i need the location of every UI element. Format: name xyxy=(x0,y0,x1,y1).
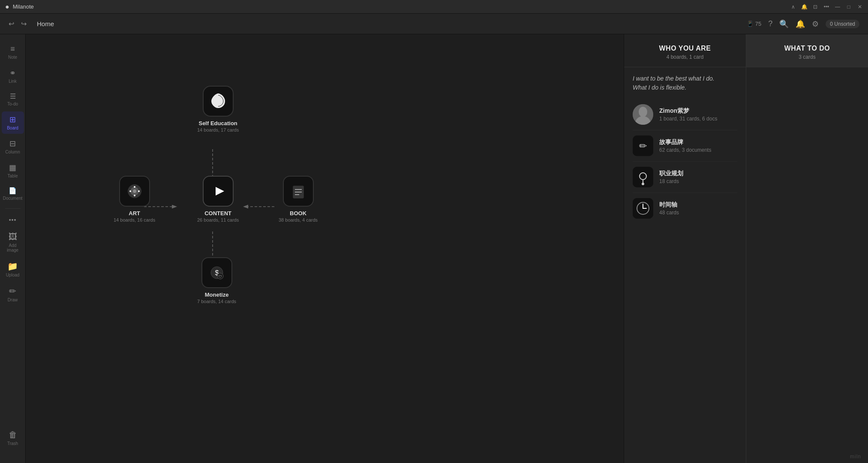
sidebar-divider xyxy=(5,208,21,209)
node-self-education[interactable]: Self Education 14 boards, 17 cards xyxy=(197,86,239,132)
node-art[interactable]: ART 14 boards, 16 cards xyxy=(114,176,155,222)
sidebar: ≡ Note ⚭ Link ☰ To-do ⊞ Board ⊟ Column ▦… xyxy=(0,34,26,463)
svg-marker-11 xyxy=(216,187,224,195)
device-number: 75 xyxy=(755,21,761,27)
svg-point-9 xyxy=(129,190,131,192)
monetize-icon: $ 🛡 xyxy=(201,257,232,288)
sidebar-item-trash[interactable]: 🗑 Trash xyxy=(2,427,24,449)
link-icon: ⚭ xyxy=(9,68,16,78)
addimage-icon: 🖼 xyxy=(9,232,17,242)
unsorted-label: Unsorted xyxy=(834,21,855,27)
list-item[interactable]: Zimon紫梦 1 board, 31 cards, 6 docs xyxy=(633,99,737,130)
sidebar-label-note: Note xyxy=(8,55,17,60)
toolbar: ↩ ↪ Home 📱 75 ? 🔍 🔔 ⚙ 0 Unsorted xyxy=(0,14,868,34)
device-count[interactable]: 📱 75 xyxy=(747,21,761,27)
main: ≡ Note ⚭ Link ☰ To-do ⊞ Board ⊟ Column ▦… xyxy=(0,34,868,463)
sidebar-label-table: Table xyxy=(8,174,18,178)
more-icon: ••• xyxy=(9,216,17,223)
node-monetize[interactable]: $ 🛡 Monetize 7 boards, 14 cards xyxy=(197,257,236,304)
item-info-zimon: Zimon紫梦 1 board, 31 cards, 6 docs xyxy=(659,107,717,122)
bell-icon[interactable]: 🔔 xyxy=(801,4,807,10)
who-panel-title: WHO YOU ARE xyxy=(633,45,737,52)
art-title: ART xyxy=(129,210,140,216)
unsorted-count: 0 xyxy=(830,21,833,27)
sidebar-label-document: Document xyxy=(3,196,23,201)
sidebar-label-addimage: Add image xyxy=(3,243,22,253)
svg-point-10 xyxy=(138,190,140,192)
brand-label: miln xyxy=(850,454,861,460)
search-button[interactable]: 🔍 xyxy=(779,19,789,29)
chevron-up-icon[interactable]: ∧ xyxy=(790,4,796,10)
close-button[interactable]: ✕ xyxy=(857,4,863,10)
restore-button[interactable]: □ xyxy=(846,4,852,10)
item-name-gushi: 故事品牌 xyxy=(659,138,711,146)
item-name-zhiye: 职业规划 xyxy=(659,170,683,177)
avatar-shijian xyxy=(633,198,653,219)
sidebar-item-more[interactable]: ••• xyxy=(2,213,24,227)
list-item[interactable]: 职业规划 18 cards xyxy=(633,162,737,193)
node-book[interactable]: BOOK 38 boards, 4 cards xyxy=(279,176,318,222)
minimize-button[interactable]: — xyxy=(835,4,841,10)
svg-point-6 xyxy=(133,189,136,193)
more-icon[interactable]: ••• xyxy=(823,4,829,10)
art-icon xyxy=(119,176,150,207)
toolbar-right: 📱 75 ? 🔍 🔔 ⚙ 0 Unsorted xyxy=(747,19,859,29)
svg-point-8 xyxy=(134,195,135,196)
item-name-shijian: 时间轴 xyxy=(659,201,679,209)
sidebar-item-draw[interactable]: ✏ Draw xyxy=(2,283,24,306)
node-content[interactable]: CONTENT 26 boards, 11 cards xyxy=(197,176,239,222)
svg-text:✏: ✏ xyxy=(639,141,647,151)
who-panel-subtitle: 4 boards, 1 card xyxy=(633,54,737,60)
avatar-zimon xyxy=(633,104,653,125)
sidebar-item-table[interactable]: ▦ Table xyxy=(2,159,24,182)
titlebar-left: ● Milanote xyxy=(5,3,34,11)
unsorted-badge: 0 Unsorted xyxy=(826,20,859,28)
svg-point-21 xyxy=(639,107,647,117)
sidebar-item-note[interactable]: ≡ Note xyxy=(2,41,24,63)
sidebar-label-trash: Trash xyxy=(7,441,18,446)
help-button[interactable]: ? xyxy=(768,19,772,28)
right-panels: WHO YOU ARE 4 boards, 1 card I want to b… xyxy=(624,34,868,463)
item-meta-zhiye: 18 cards xyxy=(659,178,683,184)
sidebar-item-board[interactable]: ⊞ Board xyxy=(2,111,24,134)
art-subtitle: 14 boards, 16 cards xyxy=(114,217,155,222)
sidebar-label-draw: Draw xyxy=(8,298,18,302)
home-label: Home xyxy=(37,20,54,27)
list-item[interactable]: 时间轴 48 cards xyxy=(633,193,737,224)
app-icon: ● xyxy=(5,3,9,11)
svg-text:🛡: 🛡 xyxy=(219,275,222,279)
sidebar-label-board: Board xyxy=(7,126,18,130)
notifications-button[interactable]: 🔔 xyxy=(796,19,805,29)
settings-button[interactable]: ⚙ xyxy=(812,19,819,29)
sidebar-item-column[interactable]: ⊟ Column xyxy=(2,135,24,158)
redo-button[interactable]: ↪ xyxy=(21,20,27,28)
what-panel-subtitle: 3 cards xyxy=(755,54,859,60)
sidebar-item-upload[interactable]: 📁 Upload xyxy=(2,258,24,281)
device-icon[interactable]: ⊡ xyxy=(812,4,818,10)
sidebar-item-document[interactable]: 📄 Document xyxy=(2,183,24,204)
who-panel-header: WHO YOU ARE 4 boards, 1 card xyxy=(624,34,746,67)
connectors xyxy=(26,34,624,463)
titlebar: ● Milanote ∧ 🔔 ⊡ ••• — □ ✕ xyxy=(0,0,868,14)
avatar-zhiye xyxy=(633,167,653,187)
sidebar-label-upload: Upload xyxy=(6,273,20,277)
monetize-subtitle: 7 boards, 14 cards xyxy=(197,299,236,304)
item-info-shijian: 时间轴 48 cards xyxy=(659,201,679,216)
undo-button[interactable]: ↩ xyxy=(9,20,14,28)
canvas: Self Education 14 boards, 17 cards ART 1… xyxy=(26,34,624,463)
sidebar-item-addimage[interactable]: 🖼 Add image xyxy=(2,228,24,256)
list-item[interactable]: ✏ 故事品牌 62 cards, 3 documents xyxy=(633,130,737,162)
sidebar-item-link[interactable]: ⚭ Link xyxy=(2,65,24,87)
item-info-zhiye: 职业规划 18 cards xyxy=(659,170,683,184)
avatar-gushi: ✏ xyxy=(633,135,653,156)
what-panel-body xyxy=(746,67,868,463)
what-panel-header: WHAT TO DO 3 cards xyxy=(746,34,868,67)
app-title: Milanote xyxy=(13,3,34,10)
board-icon: ⊞ xyxy=(9,115,16,124)
sidebar-item-todo[interactable]: ☰ To-do xyxy=(2,89,24,110)
svg-point-28 xyxy=(642,183,644,185)
column-icon: ⊟ xyxy=(9,139,16,148)
sidebar-label-link: Link xyxy=(9,79,16,84)
titlebar-right: ∧ 🔔 ⊡ ••• — □ ✕ xyxy=(790,4,863,10)
panel-who-you-are: WHO YOU ARE 4 boards, 1 card I want to b… xyxy=(624,34,746,463)
